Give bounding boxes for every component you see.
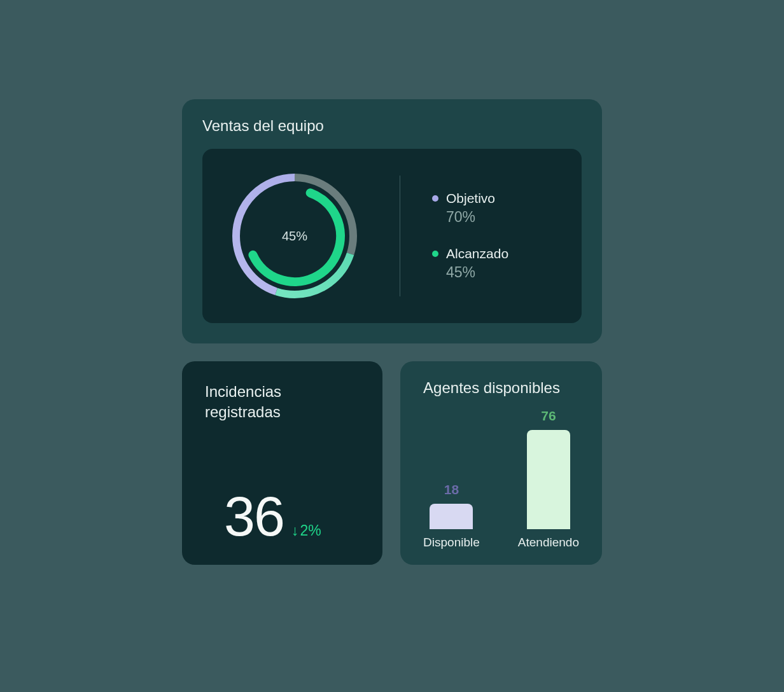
card-title: Ventas del equipo	[202, 117, 582, 135]
legend-value: 45%	[446, 264, 508, 281]
legend-item-reached: Alcanzado 45%	[432, 246, 508, 281]
vertical-divider	[400, 176, 400, 296]
delta-value: 2%	[300, 522, 321, 539]
legend-value: 70%	[446, 209, 508, 226]
bottom-row: Incidencias registradas 36 ↓ 2% Agentes …	[182, 361, 602, 565]
card-incidents: Incidencias registradas 36 ↓ 2%	[182, 361, 382, 565]
bar-chart: 18 Disponible 76 Atendiendo	[423, 408, 579, 550]
legend-label: Objetivo	[432, 191, 508, 206]
card-team-sales: Ventas del equipo	[182, 99, 602, 343]
donut-center-value: 45%	[282, 229, 307, 244]
legend-text: Alcanzado	[446, 246, 508, 261]
donut-chart: 45%	[228, 169, 361, 303]
bar-value: 18	[444, 482, 459, 497]
legend-item-objective: Objetivo 70%	[432, 191, 508, 226]
legend-text: Objetivo	[446, 191, 495, 206]
sales-legend: Objetivo 70% Alcanzado 45%	[432, 191, 508, 281]
bar-group-available: 18 Disponible	[423, 482, 480, 550]
sales-content-panel: 45% Objetivo 70% Alcanzado	[202, 149, 582, 323]
bar-value: 76	[541, 408, 556, 424]
dot-icon	[432, 251, 438, 257]
dot-icon	[432, 195, 438, 202]
card-title: Incidencias registradas	[205, 382, 360, 423]
card-title: Agentes disponibles	[423, 379, 579, 397]
bar-available	[430, 504, 473, 529]
bar-group-attending: 76 Atendiendo	[518, 408, 579, 550]
bar-attending	[527, 430, 570, 529]
incidents-metric: 36 ↓ 2%	[205, 488, 360, 544]
legend-label: Alcanzado	[432, 246, 508, 261]
incidents-delta: ↓ 2%	[291, 522, 321, 539]
arrow-down-icon: ↓	[291, 522, 299, 539]
bar-label: Disponible	[423, 536, 480, 550]
dashboard: Ventas del equipo	[182, 99, 602, 565]
bar-label: Atendiendo	[518, 536, 579, 550]
incidents-value: 36	[224, 488, 284, 544]
card-agents: Agentes disponibles 18 Disponible 76 Ate…	[400, 361, 602, 565]
